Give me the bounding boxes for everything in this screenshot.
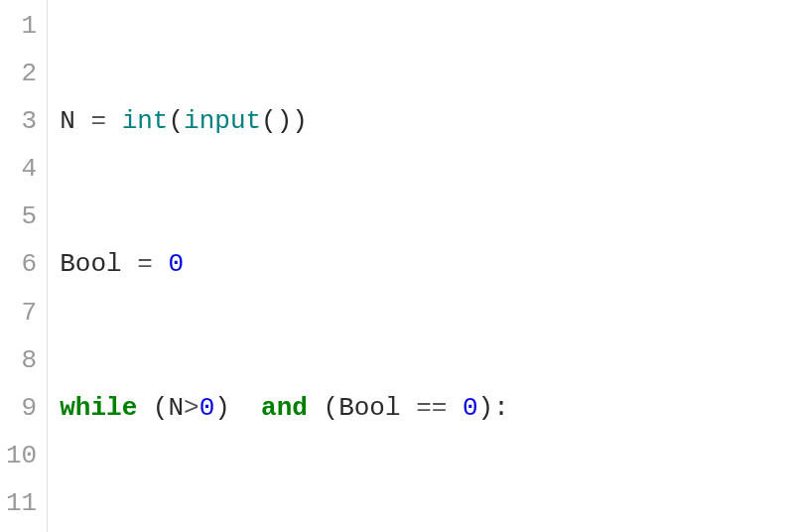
code-line-2: Bool = 0 [60,240,664,288]
line-number: 5 [6,193,37,240]
paren: ( [324,393,339,423]
paren: ( [168,106,184,136]
function-call: int [122,106,169,136]
operator: == [416,393,447,423]
line-number: 1 [6,2,37,50]
line-number-gutter: 1 2 3 4 5 6 7 8 9 10 11 [0,0,48,532]
variable: Bool [338,393,400,423]
number: 0 [199,393,215,423]
line-number: 8 [6,336,37,384]
paren: ( [153,393,169,423]
number: 0 [463,393,478,423]
line-number: 3 [6,97,37,145]
number: 0 [168,249,184,279]
keyword: while [60,393,137,423]
paren: ( [261,106,277,136]
code-line-4: if ((N % 10) % 2 != 0): [60,527,664,532]
variable: Bool [60,249,121,279]
variable: N [60,106,75,136]
code-line-3: while (N>0) and (Bool == 0): [60,384,664,432]
line-number: 2 [6,50,37,97]
keyword: and [261,393,308,423]
code-line-1: N = int(input()) [60,97,664,145]
line-number: 4 [6,145,37,193]
line-number: 6 [6,240,37,288]
operator: = [137,249,153,279]
code-area[interactable]: N = int(input()) Bool = 0 while (N>0) an… [48,0,664,532]
variable: N [168,393,184,423]
line-number: 10 [6,432,37,479]
paren: ) [277,106,293,136]
code-editor: 1 2 3 4 5 6 7 8 9 10 11 N = int(input())… [0,0,794,532]
function-call: input [184,106,261,136]
operator: > [184,393,199,423]
line-number: 11 [6,479,37,527]
operator: = [90,106,106,136]
paren: ) [214,393,230,423]
colon: : [493,393,509,423]
paren: ) [478,393,494,423]
line-number: 7 [6,289,37,336]
paren: ) [292,106,308,136]
line-number: 9 [6,384,37,432]
